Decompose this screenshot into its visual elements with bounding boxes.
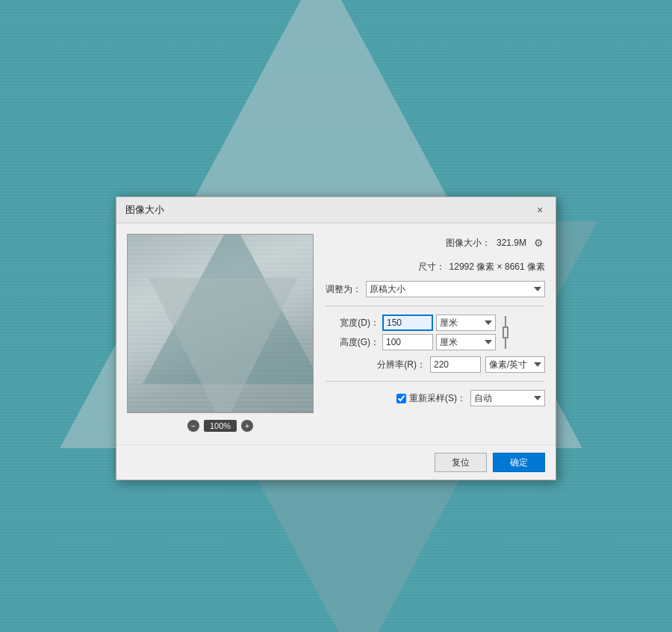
zoom-out-button[interactable]: − (187, 420, 199, 432)
preview-panel: − 100% + (127, 234, 314, 434)
height-input[interactable] (382, 334, 433, 350)
link-container: 宽度(D)： 厘米 像素 英寸 高度(G)： (326, 315, 496, 350)
dialog-titlebar: 图像大小 × (116, 197, 556, 223)
height-label: 高度(G)： (327, 336, 379, 349)
reset-button[interactable]: 复位 (435, 453, 487, 472)
close-button[interactable]: × (533, 203, 547, 217)
adjust-label: 调整为： (326, 283, 361, 296)
height-row: 高度(G)： 厘米 像素 英寸 (327, 334, 496, 350)
divider1 (326, 306, 545, 306)
dimension-label: 尺寸： (418, 261, 445, 273)
gear-button[interactable]: ⚙ (532, 237, 545, 249)
dialog-body: − 100% + 图像大小： 321.9M ⚙ 尺寸： 12992 像素 × 8… (116, 223, 556, 444)
svg-rect-1 (505, 337, 506, 349)
resolution-unit-select[interactable]: 像素/英寸 像素/厘米 (485, 356, 545, 373)
width-row: 宽度(D)： 厘米 像素 英寸 (327, 315, 496, 331)
image-size-row: 图像大小： 321.9M ⚙ (326, 234, 545, 252)
preview-shape2 (149, 278, 298, 413)
width-label: 宽度(D)： (327, 317, 379, 329)
svg-rect-4 (503, 326, 504, 338)
image-size-label: 图像大小： (446, 237, 491, 250)
adjust-select[interactable]: 原稿大小 自定义 适合屏幕 (366, 281, 545, 297)
image-size-dialog: 图像大小 × − 100% + 图像大小： (116, 196, 556, 480)
settings-panel: 图像大小： 321.9M ⚙ 尺寸： 12992 像素 × 8661 像素 调整… (326, 234, 545, 434)
resample-checkbox-label[interactable]: 重新采样(S)： (396, 392, 466, 405)
image-size-value: 321.9M (497, 238, 526, 248)
divider2 (326, 381, 545, 382)
preview-controls: − 100% + (127, 418, 314, 434)
resolution-input[interactable] (430, 356, 481, 373)
dimension-row: 尺寸： 12992 像素 × 8661 像素 (326, 258, 545, 276)
resample-label: 重新采样(S)： (409, 392, 466, 405)
resolution-row: 分辨率(R)： 像素/英寸 像素/厘米 (326, 356, 545, 374)
adjust-row: 调整为： 原稿大小 自定义 适合屏幕 (326, 280, 545, 298)
resample-row: 重新采样(S)： 自动 保留细节 两次线性 邻近 (326, 389, 545, 407)
resample-checkbox[interactable] (396, 394, 406, 403)
preview-image (127, 234, 314, 413)
dialog-title: 图像大小 (125, 203, 164, 217)
ok-button[interactable]: 确定 (493, 453, 545, 472)
width-unit-select[interactable]: 厘米 像素 英寸 (436, 315, 496, 331)
chain-link[interactable] (499, 314, 514, 351)
resolution-label: 分辨率(R)： (373, 359, 426, 371)
dialog-overlay: 图像大小 × − 100% + 图像大小： (0, 0, 672, 632)
resample-select[interactable]: 自动 保留细节 两次线性 邻近 (470, 390, 545, 406)
svg-rect-5 (507, 326, 508, 338)
dimension-value: 12992 像素 × 8661 像素 (449, 261, 545, 273)
svg-rect-0 (505, 316, 506, 328)
wh-group: 宽度(D)： 厘米 像素 英寸 高度(G)： (326, 314, 545, 351)
width-input[interactable] (382, 315, 433, 331)
height-unit-select[interactable]: 厘米 像素 英寸 (436, 334, 496, 350)
zoom-in-button[interactable]: + (241, 420, 253, 432)
dialog-footer: 复位 确定 (116, 444, 556, 480)
zoom-label: 100% (204, 420, 237, 432)
chain-icon (501, 316, 511, 349)
